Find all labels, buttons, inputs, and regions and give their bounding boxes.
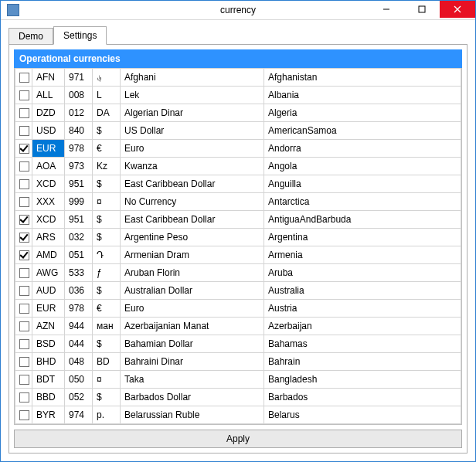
currency-name-cell: US Dollar	[121, 122, 264, 140]
table-row[interactable]: BHD048BDBahraini DinarBahrain	[15, 353, 461, 371]
table-row[interactable]: BSD044$Bahamian DollarBahamas	[15, 335, 461, 353]
table-row[interactable]: AFN971؋AfghaniAfghanistan	[15, 69, 461, 87]
currency-name-cell: No Currency	[121, 193, 264, 211]
currency-symbol-cell: Դ	[93, 246, 121, 264]
row-checkbox-cell	[15, 140, 32, 158]
currency-code-cell: BYR	[32, 406, 65, 424]
row-checkbox-cell	[15, 246, 32, 264]
row-checkbox[interactable]	[19, 144, 29, 154]
row-checkbox-cell	[15, 282, 32, 300]
table-row[interactable]: BBD052$Barbados DollarBarbados	[15, 389, 461, 406]
maximize-button[interactable]	[404, 1, 440, 18]
tab-strip: Demo Settings	[8, 26, 468, 44]
table-row[interactable]: AMD051ԴArmenian DramArmenia	[15, 246, 461, 264]
row-checkbox[interactable]	[19, 179, 29, 189]
row-checkbox[interactable]	[19, 375, 29, 385]
tab-demo[interactable]: Demo	[8, 28, 53, 44]
row-checkbox[interactable]	[19, 197, 29, 207]
minimize-button[interactable]	[369, 1, 404, 18]
country-cell: Azerbaijan	[264, 318, 461, 335]
row-checkbox[interactable]	[19, 286, 29, 296]
table-row[interactable]: AZN944манAzerbaijanian ManatAzerbaijan	[15, 318, 461, 335]
currency-symbol-cell: $	[93, 211, 121, 229]
currency-number-cell: 044	[65, 335, 93, 353]
row-checkbox[interactable]	[19, 321, 29, 331]
table-row[interactable]: XXX999¤No CurrencyAntarctica	[15, 193, 461, 211]
currency-symbol-cell: ƒ	[93, 264, 121, 282]
country-cell: Austria	[264, 300, 461, 318]
app-icon	[7, 4, 19, 16]
currency-symbol-cell: $	[93, 175, 121, 193]
currency-code-cell: BHD	[32, 353, 65, 371]
currency-number-cell: 974	[65, 406, 93, 424]
currency-number-cell: 971	[65, 69, 93, 87]
currency-name-cell: Bahamian Dollar	[121, 335, 264, 353]
row-checkbox[interactable]	[19, 392, 29, 403]
currency-number-cell: 951	[65, 211, 93, 229]
currency-symbol-cell: ¤	[93, 193, 121, 211]
currency-grid: AFN971؋AfghaniAfghanistanALL008LLekAlban…	[15, 68, 461, 424]
currency-symbol-cell: $	[93, 389, 121, 406]
row-checkbox[interactable]	[19, 250, 29, 260]
currency-symbol-cell: €	[93, 300, 121, 318]
currency-symbol-cell: $	[93, 282, 121, 300]
table-row[interactable]: EUR978€EuroAustria	[15, 300, 461, 318]
table-row[interactable]: ALL008LLekAlbania	[15, 87, 461, 104]
currency-number-cell: 973	[65, 158, 93, 175]
country-cell: Aruba	[264, 264, 461, 282]
row-checkbox[interactable]	[19, 161, 29, 172]
currency-number-cell: 050	[65, 371, 93, 389]
currency-symbol-cell: BD	[93, 353, 121, 371]
country-cell: Andorra	[264, 140, 461, 158]
row-checkbox-cell	[15, 69, 32, 87]
row-checkbox[interactable]	[19, 215, 29, 225]
currency-number-cell: 533	[65, 264, 93, 282]
row-checkbox-cell	[15, 371, 32, 389]
row-checkbox[interactable]	[19, 126, 29, 136]
currency-name-cell: East Caribbean Dollar	[121, 211, 264, 229]
close-icon	[454, 5, 461, 13]
currency-grid-scroll[interactable]: AFN971؋AfghaniAfghanistanALL008LLekAlban…	[15, 68, 461, 424]
currency-code-cell: AFN	[32, 69, 65, 87]
table-row[interactable]: AWG533ƒAruban FlorinAruba	[15, 264, 461, 282]
country-cell: Belarus	[264, 406, 461, 424]
row-checkbox[interactable]	[19, 233, 29, 243]
table-row[interactable]: DZD012DAAlgerian DinarAlgeria	[15, 104, 461, 122]
row-checkbox[interactable]	[19, 357, 29, 367]
country-cell: Afghanistan	[264, 69, 461, 87]
currency-symbol-cell: $	[93, 122, 121, 140]
currency-name-cell: Australian Dollar	[121, 282, 264, 300]
row-checkbox[interactable]	[19, 90, 29, 100]
table-row[interactable]: USD840$US DollarAmericanSamoa	[15, 122, 461, 140]
table-row[interactable]: ARS032$Argentine PesoArgentina	[15, 229, 461, 246]
row-checkbox[interactable]	[19, 304, 29, 314]
currency-number-cell: 048	[65, 353, 93, 371]
country-cell: Australia	[264, 282, 461, 300]
currency-code-cell: USD	[32, 122, 65, 140]
row-checkbox[interactable]	[19, 268, 29, 278]
table-row[interactable]: AOA973KzKwanzaAngola	[15, 158, 461, 175]
row-checkbox-cell	[15, 353, 32, 371]
apply-button[interactable]: Apply	[14, 430, 462, 448]
currency-code-cell: AOA	[32, 158, 65, 175]
table-row[interactable]: AUD036$Australian DollarAustralia	[15, 282, 461, 300]
row-checkbox[interactable]	[19, 410, 29, 420]
table-row[interactable]: EUR978€EuroAndorra	[15, 140, 461, 158]
row-checkbox-cell	[15, 211, 32, 229]
row-checkbox[interactable]	[19, 108, 29, 118]
table-row[interactable]: BDT050¤TakaBangladesh	[15, 371, 461, 389]
close-button[interactable]	[440, 1, 475, 18]
currency-symbol-cell: Kz	[93, 158, 121, 175]
currency-number-cell: 008	[65, 87, 93, 104]
row-checkbox[interactable]	[19, 73, 29, 83]
currency-name-cell: Bahraini Dinar	[121, 353, 264, 371]
currency-name-cell: Azerbaijanian Manat	[121, 318, 264, 335]
currency-code-cell: DZD	[32, 104, 65, 122]
row-checkbox[interactable]	[19, 339, 29, 349]
table-row[interactable]: XCD951$East Caribbean DollarAnguilla	[15, 175, 461, 193]
currency-number-cell: 951	[65, 175, 93, 193]
table-row[interactable]: XCD951$East Caribbean DollarAntiguaAndBa…	[15, 211, 461, 229]
tab-settings[interactable]: Settings	[53, 26, 107, 45]
currency-name-cell: Armenian Dram	[121, 246, 264, 264]
table-row[interactable]: BYR974p.Belarussian RubleBelarus	[15, 406, 461, 424]
